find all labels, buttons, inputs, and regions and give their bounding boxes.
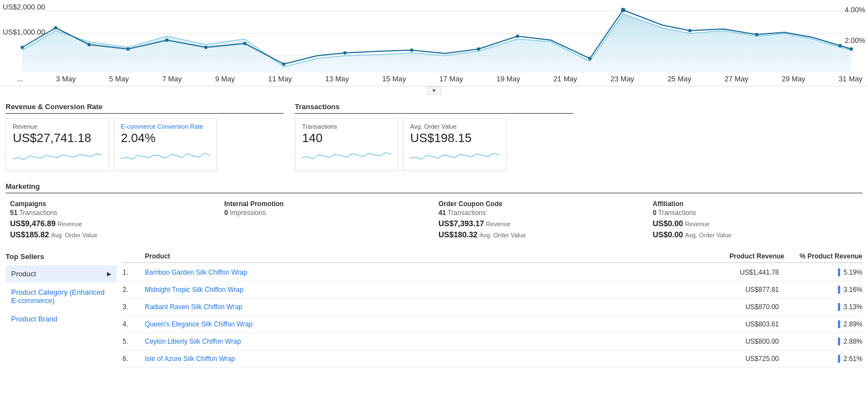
campaigns-revenue: US$9,476.89 — [10, 219, 56, 228]
x-label-1: 3 May — [56, 75, 76, 83]
svg-point-6 — [126, 47, 130, 51]
x-label-14: 29 May — [782, 75, 806, 83]
order-coupon-transactions: 41 Transactions — [438, 209, 644, 217]
pct-text: 2.88% — [843, 338, 862, 345]
affiliation-item: Affiliation 0 Transactions US$0.00 Reven… — [648, 198, 863, 241]
seller-item-category[interactable]: Product Category (Enhanced E-commerce) — [6, 284, 117, 309]
product-link[interactable]: Bamboo Garden Silk Chiffon Wrap — [145, 269, 695, 276]
bottom-section: Top Sellers Product ▶ Product Category (… — [0, 247, 868, 373]
seller-item-brand[interactable]: Product Brand — [6, 310, 117, 328]
conversion-card: E-commerce Conversion Rate 2.04% — [114, 118, 217, 171]
x-label-8: 17 May — [440, 75, 464, 83]
chevron-right-icon: ▶ — [107, 271, 111, 277]
row-num: 6. — [123, 355, 145, 363]
revenue-section-title: Revenue & Conversion Rate — [6, 103, 284, 114]
pct-text: 3.13% — [843, 303, 862, 311]
order-coupon-aov-label: Avg. Order Value — [480, 232, 526, 238]
transactions-group: Transactions Transactions 140 Avg. Order… — [295, 103, 573, 177]
affiliation-revenue: US$0.00 — [653, 219, 683, 228]
x-label-15: 31 May — [838, 75, 862, 83]
product-revenue: US$870.00 — [695, 303, 784, 311]
revenue-card: Revenue US$27,741.18 — [6, 118, 109, 171]
product-link[interactable]: Radiant Raven Silk Chiffon Wrap — [145, 303, 695, 311]
pct-bar — [838, 269, 840, 276]
y-label-bottom: US$1,000.00 — [3, 28, 45, 36]
table-row: 1. Bamboo Garden Silk Chiffon Wrap US$1,… — [123, 264, 862, 281]
svg-point-18 — [755, 33, 758, 36]
x-label-4: 9 May — [215, 75, 235, 83]
product-revenue: US$800.00 — [695, 338, 784, 345]
svg-point-9 — [243, 42, 246, 45]
transactions-value: 140 — [302, 131, 391, 145]
aov-card: Avg. Order Value US$198.15 — [403, 118, 506, 171]
x-label-12: 25 May — [667, 75, 691, 83]
table-row: 3. Radiant Raven Silk Chiffon Wrap US$87… — [123, 299, 862, 316]
svg-point-20 — [850, 47, 853, 51]
x-label-0: ... — [17, 75, 23, 83]
product-pct: 5.19% — [784, 269, 862, 276]
chart-dropdown[interactable]: ▼ — [0, 86, 868, 95]
product-pct: 2.61% — [784, 355, 862, 363]
svg-point-15 — [588, 57, 592, 60]
svg-point-14 — [516, 35, 519, 38]
table-row: 2. Midnight Tropic Silk Chiffon Wrap US$… — [123, 281, 862, 299]
x-label-3: 7 May — [162, 75, 182, 83]
metrics-section: Revenue & Conversion Rate Revenue US$27,… — [0, 97, 868, 179]
marketing-title: Marketing — [6, 182, 862, 193]
affiliation-aov: US$0.00 — [653, 230, 683, 239]
affiliation-transactions: 0 Transactions — [653, 209, 859, 217]
product-pct: 2.88% — [784, 338, 862, 345]
table-row: 5. Ceylon Liberty Silk Chiffon Wrap US$8… — [123, 333, 862, 350]
product-link[interactable]: Isle of Azure Silk Chiffon Wrap — [145, 355, 695, 363]
campaigns-item: Campaigns 51 Transactions US$9,476.89 Re… — [6, 198, 220, 241]
svg-point-17 — [688, 29, 691, 32]
header-pct: % Product Revenue — [784, 252, 862, 260]
x-label-9: 19 May — [496, 75, 520, 83]
top-sellers-panel: Top Sellers Product ▶ Product Category (… — [6, 252, 117, 368]
svg-point-8 — [204, 46, 208, 49]
product-link[interactable]: Ceylon Liberty Silk Chiffon Wrap — [145, 338, 695, 345]
row-num: 2. — [123, 286, 145, 294]
product-revenue: US$803.61 — [695, 320, 784, 328]
product-link[interactable]: Queen's Elegance Silk Chiffon Wrap — [145, 320, 695, 328]
product-link[interactable]: Midnight Tropic Silk Chiffon Wrap — [145, 286, 695, 294]
x-label-10: 21 May — [553, 75, 577, 83]
internal-promotion-impressions: 0 Impressions — [225, 209, 430, 217]
svg-point-3 — [21, 46, 24, 49]
x-label-11: 23 May — [611, 75, 635, 83]
product-revenue: US$725.00 — [695, 355, 784, 363]
revenue-label: Revenue — [13, 123, 102, 130]
product-pct: 3.16% — [784, 286, 862, 294]
chart-area: US$2,000.00 US$1,000.00 4.00% 2.00% — [0, 0, 868, 86]
x-label-5: 11 May — [268, 75, 292, 83]
revenue-conversion-group: Revenue & Conversion Rate Revenue US$27,… — [6, 103, 284, 177]
svg-point-13 — [477, 47, 480, 51]
table-row: 6. Isle of Azure Silk Chiffon Wrap US$72… — [123, 350, 862, 368]
row-num: 4. — [123, 320, 145, 328]
chart-y-labels: US$2,000.00 US$1,000.00 — [3, 3, 45, 36]
chart-svg — [6, 0, 862, 72]
marketing-section: Marketing Campaigns 51 Transactions US$9… — [0, 179, 868, 247]
product-pct: 3.13% — [784, 303, 862, 311]
svg-point-11 — [343, 51, 347, 55]
right-label-top: 4.00% — [845, 6, 865, 14]
affiliation-aov-label: Avg. Order Value — [685, 232, 732, 238]
products-panel: Product Product Revenue % Product Revenu… — [123, 252, 862, 368]
order-coupon-revenue: US$7,393.17 — [438, 219, 484, 228]
svg-point-19 — [838, 44, 842, 47]
revenue-value: US$27,741.18 — [13, 131, 102, 145]
pct-bar — [838, 303, 840, 311]
conversion-sparkline — [121, 148, 210, 164]
x-label-2: 5 May — [109, 75, 129, 83]
aov-label: Avg. Order Value — [410, 123, 499, 130]
campaigns-title: Campaigns — [10, 200, 216, 208]
header-product: Product — [145, 252, 695, 260]
seller-item-product[interactable]: Product ▶ — [6, 265, 117, 282]
affiliation-title: Affiliation — [653, 200, 859, 208]
transactions-section-title: Transactions — [295, 103, 573, 114]
order-coupon-aov: US$180.32 — [438, 230, 477, 239]
conversion-value: 2.04% — [121, 131, 210, 145]
header-num — [123, 252, 145, 260]
svg-point-7 — [165, 38, 169, 42]
x-label-6: 13 May — [325, 75, 349, 83]
